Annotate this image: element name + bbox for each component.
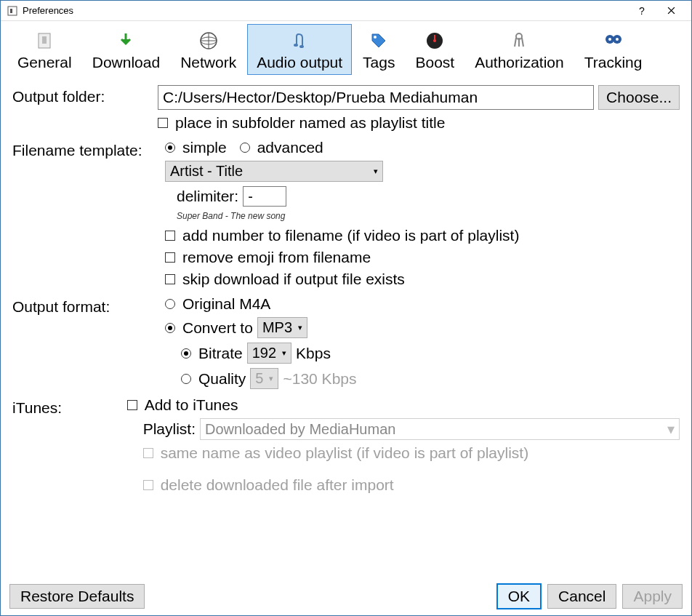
svg-rect-3 — [42, 36, 47, 44]
general-icon — [33, 29, 56, 52]
close-button[interactable] — [656, 1, 685, 20]
tab-download[interactable]: Download — [83, 24, 169, 75]
bitrate-radio[interactable] — [181, 348, 191, 359]
tab-general[interactable]: General — [8, 24, 81, 75]
window-title: Preferences — [23, 5, 627, 16]
svg-point-15 — [616, 38, 619, 41]
tab-authorization[interactable]: Authorization — [465, 24, 574, 75]
same-name-checkbox[interactable] — [143, 448, 153, 458]
delete-after-checkbox[interactable] — [143, 480, 153, 490]
subfolder-checkbox[interactable] — [158, 118, 168, 128]
ok-button[interactable]: OK — [496, 583, 542, 609]
audio-output-icon — [288, 29, 311, 52]
svg-point-10 — [433, 39, 436, 42]
chevron-down-icon: ▾ — [282, 348, 286, 358]
simple-radio[interactable] — [165, 143, 175, 153]
network-icon — [197, 29, 220, 52]
authorization-icon — [507, 29, 531, 52]
delimiter-label: delimiter: — [177, 188, 238, 205]
chevron-down-icon: ▾ — [269, 374, 273, 383]
itunes-label: iTunes: — [12, 396, 127, 417]
original-format-radio[interactable] — [165, 299, 175, 309]
content-panel: Output folder: Choose... place in subfol… — [1, 75, 691, 577]
tab-boost[interactable]: Boost — [406, 24, 464, 75]
tab-tracking[interactable]: Tracking — [575, 24, 652, 75]
template-dropdown[interactable]: Artist - Title ▾ — [165, 161, 383, 182]
quality-dropdown[interactable]: 5 ▾ — [250, 368, 278, 389]
output-format-label: Output format: — [12, 295, 165, 316]
filename-template-label: Filename template: — [12, 139, 165, 159]
tracking-icon — [602, 29, 625, 52]
cancel-button[interactable]: Cancel — [547, 584, 616, 609]
svg-point-8 — [374, 36, 377, 39]
title-bar: Preferences ? — [1, 1, 691, 21]
tabs-bar: General Download Network Audio output Ta… — [1, 21, 691, 75]
footer-bar: Restore Defaults OK Cancel Apply — [1, 577, 691, 615]
add-to-itunes-checkbox[interactable] — [127, 400, 137, 410]
tab-audio-output[interactable]: Audio output — [247, 24, 352, 75]
chevron-down-icon: ▾ — [298, 323, 302, 332]
delimiter-input[interactable] — [243, 186, 286, 207]
convert-to-radio[interactable] — [165, 323, 175, 333]
playlist-label: Playlist: — [143, 420, 196, 438]
skip-download-checkbox[interactable] — [165, 274, 175, 284]
restore-defaults-button[interactable]: Restore Defaults — [9, 584, 145, 609]
help-button[interactable]: ? — [627, 1, 656, 20]
svg-rect-1 — [10, 9, 12, 13]
apply-button[interactable]: Apply — [622, 584, 683, 609]
subfolder-label: place in subfolder named as playlist tit… — [175, 114, 445, 132]
choose-button[interactable]: Choose... — [598, 85, 680, 110]
app-icon — [7, 5, 18, 17]
quality-radio[interactable] — [181, 374, 191, 384]
chevron-down-icon: ▾ — [667, 420, 675, 438]
svg-point-6 — [294, 44, 298, 47]
output-folder-input[interactable] — [158, 85, 594, 110]
download-icon — [114, 29, 137, 52]
tab-network[interactable]: Network — [171, 24, 246, 75]
boost-icon — [423, 29, 446, 52]
bitrate-dropdown[interactable]: 192 ▾ — [247, 343, 291, 364]
advanced-radio[interactable] — [240, 143, 250, 153]
tags-icon — [367, 29, 390, 52]
output-folder-label: Output folder: — [12, 85, 158, 105]
svg-point-7 — [299, 45, 304, 48]
playlist-dropdown[interactable]: Downloaded by MediaHuman ▾ — [200, 418, 680, 440]
svg-point-14 — [608, 38, 611, 41]
chevron-down-icon: ▾ — [374, 167, 378, 176]
remove-emoji-checkbox[interactable] — [165, 252, 175, 263]
add-number-checkbox[interactable] — [165, 231, 175, 241]
tab-tags[interactable]: Tags — [353, 24, 404, 75]
format-dropdown[interactable]: MP3 ▾ — [257, 317, 307, 338]
template-example: Super Band - The new song — [177, 211, 680, 221]
